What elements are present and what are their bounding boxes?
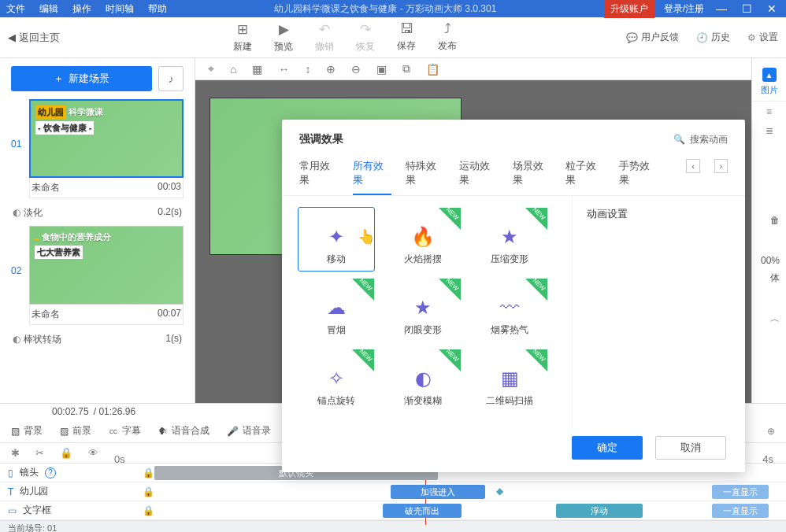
- bg-icon: ▧: [11, 426, 20, 437]
- chat-icon: 💬: [626, 32, 638, 43]
- track-lock-icon[interactable]: 🔒: [143, 505, 154, 516]
- tab-prev-button[interactable]: ‹: [686, 159, 699, 173]
- track-lock-icon[interactable]: 🔒: [143, 467, 154, 478]
- track-cut-icon[interactable]: ✂: [35, 447, 44, 459]
- scene-card[interactable]: 幼儿园 科学微课- 饮食与健康 - 未命名00:03: [29, 99, 184, 198]
- modal-ok-button[interactable]: 确定: [572, 436, 643, 460]
- effect-压缩变形[interactable]: ★ 压缩变形: [471, 207, 548, 272]
- modal-tab[interactable]: 特殊效果: [406, 159, 445, 195]
- maximize-button[interactable]: ☐: [739, 2, 754, 15]
- window-title: 幼儿园科学微课之饮食与健康 - 万彩动画大师 3.0.301: [167, 2, 604, 16]
- scene-num: 01: [11, 99, 23, 198]
- toolbar-settings[interactable]: ⚙设置: [747, 31, 778, 44]
- modal-side-title: 动画设置: [572, 196, 745, 428]
- track-eye-icon[interactable]: 👁: [88, 447, 98, 459]
- search-animation[interactable]: 🔍搜索动画: [673, 133, 728, 146]
- fit-icon[interactable]: ▣: [376, 63, 387, 76]
- home-icon[interactable]: ⌂: [230, 63, 236, 76]
- minimize-button[interactable]: —: [714, 2, 729, 15]
- toolbar-feedback[interactable]: 💬用户反馈: [626, 31, 679, 44]
- aligncenter-icon[interactable]: ≣: [762, 125, 777, 136]
- modal-tab[interactable]: 手势效果: [619, 159, 658, 195]
- new-badge: [525, 349, 547, 371]
- effect-闭眼变形[interactable]: ★ 闭眼变形: [384, 278, 462, 342]
- login-button[interactable]: 登录/注册: [664, 2, 704, 16]
- modal-tab[interactable]: 场景效果: [513, 159, 552, 195]
- btm-tab-fg[interactable]: ▨前景: [60, 424, 91, 438]
- upgrade-account[interactable]: 升级账户: [604, 0, 654, 18]
- new-scene-button[interactable]: ＋ 新建场景: [11, 66, 152, 91]
- timeline-bar[interactable]: 破壳而出: [383, 504, 462, 518]
- track-label: 文字框: [23, 504, 51, 517]
- effect-锚点旋转[interactable]: ✧ 锚点旋转: [298, 349, 375, 413]
- modal-tab[interactable]: 常用效果: [299, 159, 339, 195]
- grid-icon[interactable]: ▦: [252, 63, 262, 76]
- toolbar-preview[interactable]: ▶预览: [274, 21, 293, 54]
- modal-tab[interactable]: 粒子效果: [565, 159, 605, 195]
- music-button[interactable]: ♪: [158, 66, 184, 91]
- paste-icon[interactable]: 📋: [426, 63, 439, 76]
- tab-next-button[interactable]: ›: [714, 159, 728, 173]
- transition-icon[interactable]: ◐: [13, 207, 20, 218]
- toolbar-history[interactable]: 🕘历史: [696, 31, 730, 44]
- alignv-icon[interactable]: ↕: [305, 63, 310, 76]
- animation-modal: 强调效果 🔍搜索动画 常用效果所有效果特殊效果运动效果场景效果粒子效果手势效果‹…: [282, 120, 745, 472]
- effect-冒烟[interactable]: ☁ 冒烟: [298, 278, 375, 342]
- menu-file[interactable]: 文件: [6, 2, 25, 16]
- effect-火焰摇摆[interactable]: 🔥 火焰摇摆: [384, 207, 462, 272]
- effect-烟雾热气[interactable]: 〰 烟雾热气: [471, 278, 548, 342]
- menu-timeline[interactable]: 时间轴: [106, 2, 134, 16]
- toolbar-redo[interactable]: ↷恢复: [356, 21, 375, 54]
- timeline-bar[interactable]: 浮动: [556, 504, 643, 518]
- timeline-bar[interactable]: 加强进入: [391, 485, 485, 499]
- effect-name: 渐变模糊: [404, 394, 442, 408]
- keyframe-diamond[interactable]: ◆: [496, 486, 503, 497]
- modal-cancel-button[interactable]: 取消: [655, 436, 726, 460]
- transition-icon[interactable]: ◐: [13, 334, 20, 345]
- btm-tab-bg[interactable]: ▧背景: [11, 424, 43, 438]
- toolbar-undo[interactable]: ↶撤销: [315, 21, 334, 54]
- btm-tab-sub[interactable]: ㏄字幕: [109, 424, 141, 438]
- scene-card[interactable]: 食物中的营养成分七大营养素 未命名00:07: [29, 226, 184, 325]
- add-track-button[interactable]: ⊕: [767, 426, 775, 437]
- pointer-tool-icon[interactable]: ⌖: [208, 62, 214, 76]
- gear-icon: ⚙: [747, 32, 756, 43]
- btm-tab-tts[interactable]: 🗣语音合成: [158, 424, 209, 438]
- menu-action[interactable]: 操作: [72, 2, 91, 16]
- toolbar-publish[interactable]: ⤴发布: [438, 21, 457, 54]
- copy-icon[interactable]: ⧉: [402, 62, 410, 76]
- effect-icon: 〰: [500, 297, 519, 319]
- menu-edit[interactable]: 编辑: [39, 2, 58, 16]
- effect-二维码扫描[interactable]: ▦ 二维码扫描: [471, 349, 548, 413]
- trash-icon[interactable]: 🗑: [770, 215, 780, 226]
- modal-title: 强调效果: [299, 132, 343, 146]
- timeline-bar[interactable]: 一直显示: [712, 485, 769, 499]
- effect-name: 闭眼变形: [404, 323, 442, 337]
- effect-name: 压缩变形: [491, 253, 528, 266]
- scene-num: 02: [11, 226, 23, 325]
- toolbar-new[interactable]: ⊞新建: [233, 21, 252, 54]
- modal-tab[interactable]: 所有效果: [353, 159, 392, 195]
- effect-name: 烟雾热气: [491, 323, 528, 337]
- close-button[interactable]: ✕: [764, 2, 780, 15]
- zoomout-icon[interactable]: ⊖: [351, 63, 361, 76]
- timeline-bar[interactable]: 一直显示: [712, 504, 769, 518]
- menu-help[interactable]: 帮助: [148, 2, 167, 16]
- alignleft-icon[interactable]: ≡: [762, 106, 777, 117]
- effect-icon: ★: [501, 226, 518, 248]
- ruler-icon[interactable]: ↔: [278, 63, 289, 76]
- music-icon: ♪: [169, 73, 174, 85]
- modal-tab[interactable]: 运动效果: [459, 159, 499, 195]
- rp-tab-image[interactable]: ▲ 图片: [752, 63, 787, 102]
- track-lock-icon[interactable]: 🔒: [60, 447, 72, 459]
- track-flag-icon[interactable]: ✱: [11, 447, 20, 459]
- track-lock-icon[interactable]: 🔒: [143, 486, 154, 497]
- zoomin-icon[interactable]: ⊕: [326, 63, 336, 76]
- toolbar-save[interactable]: 🖫保存: [397, 21, 416, 54]
- effect-icon: ★: [414, 297, 432, 319]
- effect-渐变模糊[interactable]: ◐ 渐变模糊: [384, 349, 462, 413]
- effect-icon: ▦: [501, 368, 519, 390]
- btm-tab-rec[interactable]: 🎤语音录: [227, 424, 271, 438]
- help-icon[interactable]: ?: [45, 467, 56, 478]
- back-home[interactable]: ◀ 返回主页: [8, 31, 60, 45]
